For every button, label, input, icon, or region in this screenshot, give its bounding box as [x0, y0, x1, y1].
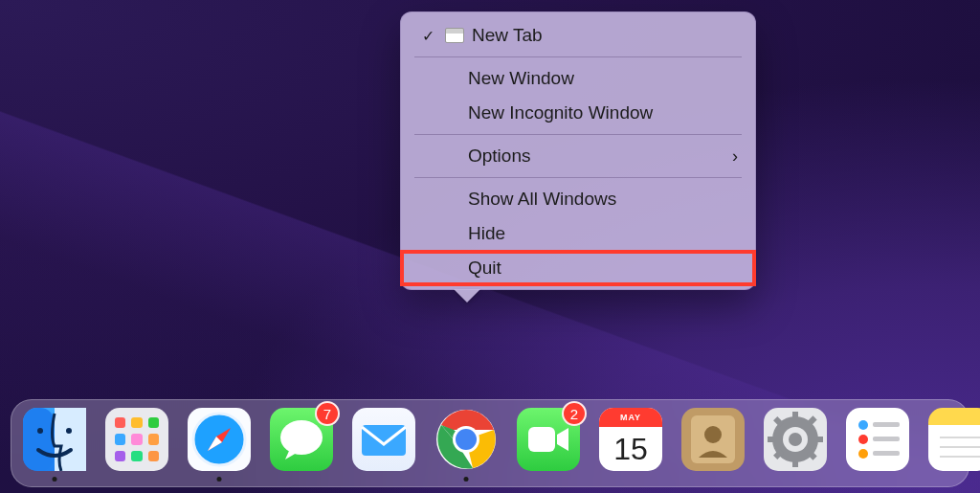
contacts-icon — [681, 408, 745, 471]
dock-app-launchpad[interactable] — [105, 408, 168, 471]
svg-rect-22 — [768, 437, 777, 442]
calendar-month: MAY — [620, 413, 641, 422]
menu-label: New Window — [418, 68, 738, 89]
menu-item-show-all-windows[interactable]: Show All Windows — [401, 182, 755, 216]
svg-point-4 — [66, 428, 72, 434]
calendar-month-bar: MAY — [599, 408, 662, 427]
menu-label: New Incognito Window — [418, 102, 738, 123]
gear-icon — [764, 408, 827, 471]
checkmark-icon: ✓ — [418, 27, 437, 45]
reminders-icon — [846, 408, 909, 471]
menu-item-new-tab[interactable]: ✓ New Tab — [401, 18, 755, 53]
running-indicator — [53, 477, 57, 482]
svg-point-18 — [704, 426, 722, 443]
menu-item-quit[interactable]: Quit — [401, 251, 755, 285]
menu-separator — [414, 177, 742, 178]
menu-label: Options — [418, 146, 724, 167]
dock-app-system-settings[interactable] — [764, 408, 827, 471]
svg-rect-31 — [873, 422, 900, 427]
svg-point-29 — [789, 433, 802, 446]
svg-rect-12 — [362, 425, 406, 456]
notification-badge: 7 — [315, 401, 340, 426]
finder-icon — [23, 408, 86, 471]
dock-app-notes[interactable] — [928, 408, 980, 471]
svg-rect-16 — [528, 427, 555, 452]
svg-point-30 — [858, 420, 868, 430]
svg-rect-35 — [873, 451, 900, 456]
running-indicator — [217, 477, 222, 482]
notes-icon — [928, 408, 980, 471]
svg-rect-37 — [940, 446, 980, 448]
svg-point-32 — [858, 435, 868, 444]
dock-app-calendar[interactable]: MAY 15 — [599, 408, 662, 471]
chevron-right-icon: › — [732, 146, 738, 167]
svg-rect-33 — [873, 437, 900, 441]
desktop-wallpaper: ✓ New Tab New Window New Incognito Windo… — [0, 0, 980, 493]
launchpad-icon — [105, 408, 168, 471]
menu-label: Hide — [418, 223, 738, 244]
menu-label: Quit — [418, 258, 738, 279]
dock-app-chrome[interactable] — [434, 408, 498, 471]
svg-point-11 — [280, 420, 323, 455]
dock: 7 — [11, 399, 969, 487]
svg-rect-20 — [792, 412, 798, 421]
dock-app-contacts[interactable] — [681, 408, 745, 471]
chrome-icon — [434, 408, 498, 471]
menu-item-options[interactable]: Options › — [401, 139, 755, 173]
svg-rect-21 — [792, 458, 798, 467]
menu-separator — [414, 134, 742, 135]
dock-app-finder[interactable] — [23, 408, 86, 471]
svg-rect-2 — [72, 408, 86, 471]
dock-app-safari[interactable] — [188, 408, 251, 471]
window-icon — [445, 28, 464, 43]
dock-app-reminders[interactable] — [846, 408, 909, 471]
dock-app-messages[interactable]: 7 — [270, 408, 333, 471]
mail-icon — [352, 408, 415, 471]
menu-separator — [414, 56, 742, 57]
svg-point-3 — [37, 428, 43, 434]
dock-app-mail[interactable] — [352, 408, 415, 471]
dock-context-menu: ✓ New Tab New Window New Incognito Windo… — [400, 11, 756, 290]
running-indicator — [464, 477, 469, 482]
calendar-day: 15 — [599, 427, 662, 471]
menu-label: New Tab — [472, 25, 738, 46]
menu-item-new-window[interactable]: New Window — [401, 61, 755, 96]
menu-label: Show All Windows — [418, 189, 738, 210]
svg-rect-38 — [940, 456, 980, 458]
safari-icon — [188, 408, 251, 471]
menu-item-new-incognito-window[interactable]: New Incognito Window — [401, 96, 755, 130]
dock-app-facetime[interactable]: 2 — [517, 408, 580, 471]
svg-rect-36 — [940, 437, 980, 438]
menu-item-hide[interactable]: Hide — [401, 216, 755, 251]
notification-badge: 2 — [562, 401, 587, 426]
svg-point-15 — [456, 429, 477, 450]
svg-point-34 — [858, 449, 868, 459]
svg-rect-0 — [23, 408, 55, 471]
svg-rect-23 — [813, 437, 823, 442]
